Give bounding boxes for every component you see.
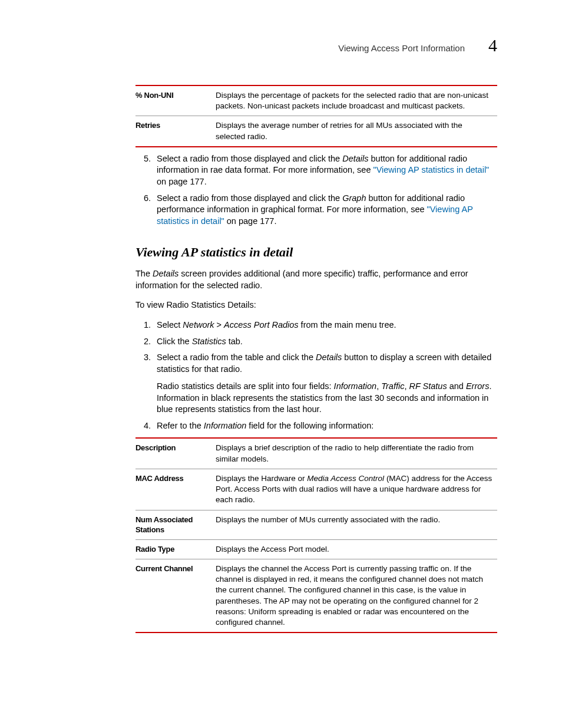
steps-list-a: Select a radio from those displayed and … <box>135 153 497 227</box>
step-item: Refer to the Information field for the f… <box>153 420 497 432</box>
xref-link[interactable]: "Viewing AP statistics in detail" <box>373 165 490 174</box>
step-sub-paragraph: Radio statistics details are split into … <box>157 381 497 416</box>
chapter-number: 4 <box>488 35 497 55</box>
step-item: Select Network > Access Port Radios from… <box>153 319 497 331</box>
row-label: % Non-UNI <box>135 85 216 116</box>
row-desc: Displays the channel the Access Port is … <box>216 559 497 633</box>
section-heading: Viewing AP statistics in detail <box>135 245 497 260</box>
row-desc: Displays the average number of retries f… <box>216 116 497 147</box>
page-header: Viewing Access Port Information 4 <box>65 35 497 55</box>
row-desc: Displays a brief description of the radi… <box>216 438 497 469</box>
table-row: % Non-UNI Displays the percentage of pac… <box>135 85 497 116</box>
row-desc: Displays the number of MUs currently ass… <box>216 510 497 539</box>
table-row: Current Channel Displays the channel the… <box>135 559 497 633</box>
lead-sentence: To view Radio Statistics Details: <box>135 299 497 311</box>
row-label: Num Associated Stations <box>135 510 216 539</box>
table-row: Description Displays a brief description… <box>135 438 497 469</box>
step-item: Select a radio from the table and click … <box>153 352 497 416</box>
steps-list-b: Select Network > Access Port Radios from… <box>135 319 497 432</box>
step-item: Select a radio from those displayed and … <box>153 153 497 188</box>
header-section-title: Viewing Access Port Information <box>338 43 465 53</box>
row-desc: Displays the Hardware or Media Access Co… <box>216 469 497 510</box>
table-row: Radio Type Displays the Access Port mode… <box>135 539 497 559</box>
row-desc: Displays the percentage of packets for t… <box>216 85 497 116</box>
row-desc: Displays the Access Port model. <box>216 539 497 559</box>
table-row: Retries Displays the average number of r… <box>135 116 497 147</box>
information-field-table: Description Displays a brief description… <box>135 437 497 633</box>
row-label: Retries <box>135 116 216 147</box>
row-label: Current Channel <box>135 559 216 633</box>
row-label: MAC Address <box>135 469 216 510</box>
section-intro: The Details screen provides additional (… <box>135 268 497 291</box>
row-label: Radio Type <box>135 539 216 559</box>
row-label: Description <box>135 438 216 469</box>
step-item: Click the Statistics tab. <box>153 336 497 348</box>
step-item: Select a radio from those displayed and … <box>153 193 497 228</box>
radio-stats-table-continued: % Non-UNI Displays the percentage of pac… <box>135 85 497 147</box>
table-row: Num Associated Stations Displays the num… <box>135 510 497 539</box>
table-row: MAC Address Displays the Hardware or Med… <box>135 469 497 510</box>
